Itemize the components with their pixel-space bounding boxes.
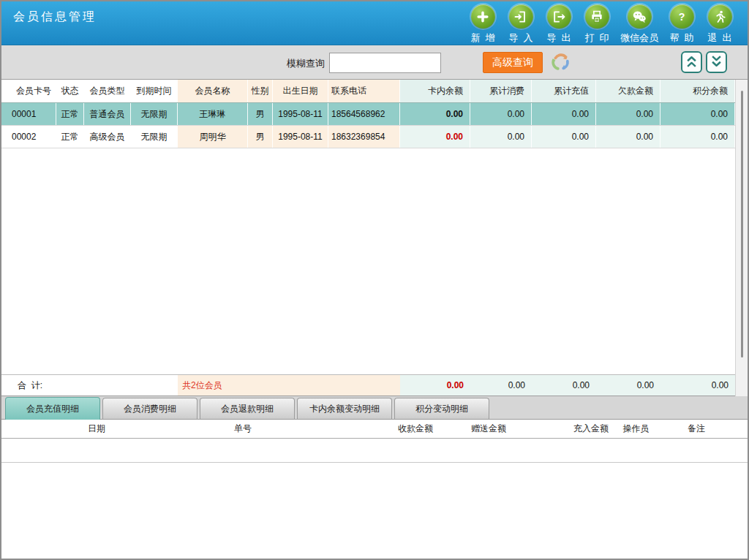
detail-empty-row bbox=[1, 439, 748, 463]
summary-member-count: 共2位会员 bbox=[178, 375, 400, 396]
exit-button-label: 退 出 bbox=[707, 31, 731, 45]
col-header-phone[interactable]: 联系电话 bbox=[328, 80, 400, 102]
cell-arrears: 0.00 bbox=[596, 103, 660, 125]
col-header-card-no[interactable]: 会员卡号 bbox=[1, 80, 56, 102]
cell-total-consume: 0.00 bbox=[470, 103, 532, 125]
summary-total-recharge: 0.00 bbox=[532, 375, 596, 396]
cell-birthdate: 1995-08-11 bbox=[273, 103, 328, 125]
tab-balance-change-detail[interactable]: 卡内余额变动明细 bbox=[297, 398, 392, 419]
print-button-label: 打 印 bbox=[584, 31, 609, 45]
detail-col-operator: 操作员 bbox=[609, 423, 663, 435]
wechat-member-button-label: 微信会员 bbox=[620, 31, 658, 45]
cell-expiry: 无限期 bbox=[131, 103, 178, 125]
toolbar: 新 增 导 入 导 出 bbox=[464, 4, 739, 45]
help-button[interactable]: ? 帮 助 bbox=[663, 4, 701, 45]
detail-col-remark: 备注 bbox=[663, 423, 729, 435]
detail-col-received-amount: 收款金额 bbox=[294, 423, 433, 435]
cell-status: 正常 bbox=[56, 103, 84, 125]
export-button[interactable]: 导 出 bbox=[540, 4, 578, 45]
detail-table-header: 日期 单号 收款金额 赠送金额 充入金额 操作员 备注 bbox=[1, 420, 748, 439]
cell-card-no: 00002 bbox=[1, 126, 56, 148]
cell-points-balance: 0.00 bbox=[660, 126, 735, 148]
refresh-icon[interactable] bbox=[549, 51, 572, 75]
detail-empty-area bbox=[1, 463, 748, 559]
search-bar: 模糊查询 高级查询 bbox=[1, 45, 748, 80]
summary-points-balance: 0.00 bbox=[660, 375, 735, 396]
import-button[interactable]: 导 入 bbox=[502, 4, 540, 45]
plus-icon bbox=[471, 4, 495, 29]
col-header-name[interactable]: 会员名称 bbox=[178, 80, 248, 102]
summary-label: 合 计: bbox=[1, 375, 178, 396]
exit-icon bbox=[708, 4, 732, 29]
cell-expiry: 无限期 bbox=[131, 126, 178, 148]
help-button-label: 帮 助 bbox=[669, 31, 693, 45]
cell-total-recharge: 0.00 bbox=[532, 103, 596, 125]
cell-gender: 男 bbox=[248, 126, 273, 148]
member-grid-header: 会员卡号 状态 会员类型 到期时间 会员名称 性别 出生日期 联系电话 卡内余额… bbox=[1, 80, 735, 103]
cell-points-balance: 0.00 bbox=[660, 103, 735, 125]
double-chevron-down-icon bbox=[710, 54, 723, 71]
cell-birthdate: 1995-08-11 bbox=[273, 126, 328, 148]
tab-recharge-detail[interactable]: 会员充值明细 bbox=[5, 397, 100, 420]
scroll-bottom-button[interactable] bbox=[706, 51, 727, 73]
scroll-top-button[interactable] bbox=[681, 51, 702, 73]
add-button[interactable]: 新 增 bbox=[464, 4, 502, 45]
detail-col-order-no: 单号 bbox=[192, 423, 294, 435]
col-header-expiry[interactable]: 到期时间 bbox=[131, 80, 178, 102]
import-button-label: 导 入 bbox=[508, 31, 532, 45]
cell-card-no: 00001 bbox=[1, 103, 56, 125]
col-header-member-type[interactable]: 会员类型 bbox=[84, 80, 131, 102]
cell-name: 王琳琳 bbox=[178, 103, 248, 125]
add-button-label: 新 增 bbox=[470, 31, 494, 45]
cell-card-balance: 0.00 bbox=[400, 126, 470, 148]
title-bar: 会员信息管理 新 增 导 入 bbox=[1, 1, 748, 45]
member-row-2[interactable]: 00002 正常 高级会员 无限期 周明华 男 1995-08-11 18632… bbox=[1, 126, 735, 148]
summary-card-balance: 0.00 bbox=[400, 375, 470, 396]
cell-total-consume: 0.00 bbox=[470, 126, 532, 148]
col-header-birthdate[interactable]: 出生日期 bbox=[273, 80, 328, 102]
print-button[interactable]: 打 印 bbox=[578, 4, 616, 45]
summary-arrears: 0.00 bbox=[596, 375, 660, 396]
help-icon: ? bbox=[670, 4, 694, 29]
detail-col-recharge-amount: 充入金额 bbox=[506, 423, 609, 435]
col-header-points-balance[interactable]: 积分余额 bbox=[660, 80, 735, 102]
wechat-icon bbox=[628, 4, 652, 29]
member-info-window: 会员信息管理 新 增 导 入 bbox=[0, 0, 749, 560]
vertical-scrollbar-thumb[interactable] bbox=[741, 91, 743, 357]
vertical-scrollbar[interactable] bbox=[735, 80, 748, 396]
cell-phone: 18564568962 bbox=[328, 103, 400, 125]
export-icon bbox=[547, 4, 571, 29]
summary-row: 合 计: 共2位会员 0.00 0.00 0.00 0.00 0.00 bbox=[1, 374, 735, 396]
cell-card-balance: 0.00 bbox=[400, 103, 470, 125]
exit-button[interactable]: 退 出 bbox=[701, 4, 739, 45]
grid-empty-area bbox=[1, 148, 735, 374]
col-header-status[interactable]: 状态 bbox=[56, 80, 84, 102]
export-button-label: 导 出 bbox=[546, 31, 571, 45]
cell-phone: 18632369854 bbox=[328, 126, 400, 148]
detail-col-date: 日期 bbox=[1, 423, 192, 435]
member-row-1[interactable]: 00001 正常 普通会员 无限期 王琳琳 男 1995-08-11 18564… bbox=[1, 103, 735, 126]
summary-total-consume: 0.00 bbox=[470, 375, 532, 396]
col-header-total-recharge[interactable]: 累计充值 bbox=[532, 80, 596, 102]
svg-text:?: ? bbox=[679, 11, 685, 23]
col-header-total-consume[interactable]: 累计消费 bbox=[470, 80, 532, 102]
cell-member-type: 高级会员 bbox=[84, 126, 131, 148]
tab-points-change-detail[interactable]: 积分变动明细 bbox=[394, 398, 489, 419]
detail-tabs: 会员充值明细 会员消费明细 会员退款明细 卡内余额变动明细 积分变动明细 bbox=[1, 396, 748, 420]
tab-consume-detail[interactable]: 会员消费明细 bbox=[102, 398, 197, 419]
cell-name: 周明华 bbox=[178, 126, 248, 148]
detail-col-gift-amount: 赠送金额 bbox=[433, 423, 506, 435]
wechat-member-button[interactable]: 微信会员 bbox=[616, 4, 663, 45]
fuzzy-search-input[interactable] bbox=[329, 53, 441, 73]
col-header-card-balance[interactable]: 卡内余额 bbox=[400, 80, 470, 102]
col-header-arrears[interactable]: 欠款金额 bbox=[596, 80, 660, 102]
col-header-gender[interactable]: 性别 bbox=[248, 80, 273, 102]
member-grid: 会员卡号 状态 会员类型 到期时间 会员名称 性别 出生日期 联系电话 卡内余额… bbox=[1, 80, 748, 396]
cell-arrears: 0.00 bbox=[596, 126, 660, 148]
tab-refund-detail[interactable]: 会员退款明细 bbox=[200, 398, 295, 419]
cell-gender: 男 bbox=[248, 103, 273, 125]
advanced-search-button[interactable]: 高级查询 bbox=[483, 52, 543, 73]
double-chevron-up-icon bbox=[685, 54, 699, 71]
print-icon bbox=[585, 4, 609, 29]
cell-member-type: 普通会员 bbox=[84, 103, 131, 125]
